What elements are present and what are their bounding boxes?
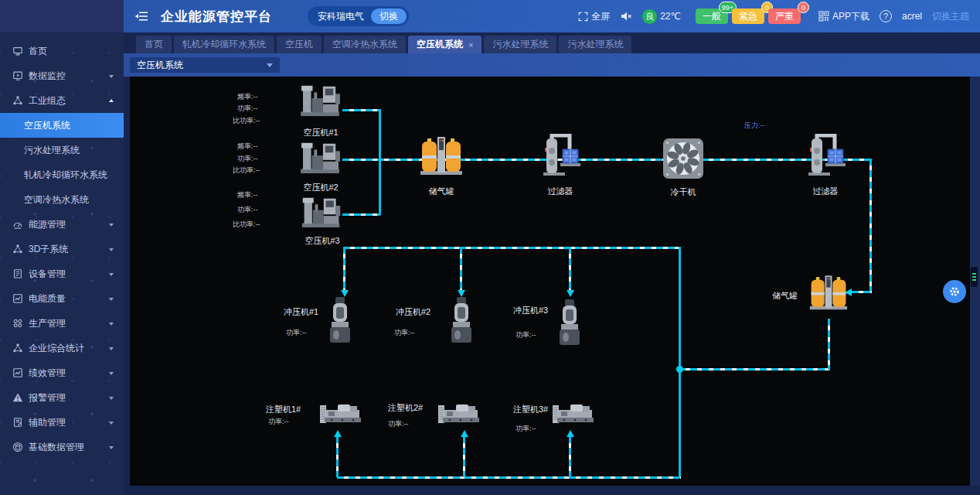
pipe-segment [336, 436, 339, 477]
filter-1[interactable] [539, 134, 582, 177]
org-switch-button[interactable]: 切换 [371, 9, 407, 24]
speaker-mute-icon[interactable] [620, 10, 632, 22]
tab-air-compressor-system[interactable]: 空压机系统× [408, 36, 481, 53]
param-power: 功率:-- [237, 104, 258, 114]
punch-machine-2[interactable] [451, 297, 471, 345]
chevron-down-icon [109, 422, 114, 427]
pipe-segment [460, 247, 462, 290]
equipment-label: 注塑机3# [513, 404, 548, 415]
scrollbar-thumb[interactable] [971, 267, 978, 287]
alarm-severe-count: 0 [798, 2, 809, 13]
param-power: 功率:-- [516, 330, 536, 340]
sidebar-item-label: 空压机系统 [24, 119, 70, 132]
filter-2[interactable] [804, 134, 847, 177]
sidebar-item-base-data-mgmt[interactable]: 基础数据管理 [0, 435, 124, 459]
chevron-down-icon [109, 347, 114, 353]
alarm-severe-label: 严重 [775, 10, 794, 23]
fullscreen-button[interactable]: 全屏 [578, 10, 610, 23]
diagram-toolbar: 空压机系统 [124, 53, 980, 77]
flow-arrow [334, 430, 342, 437]
sidebar-subitem-sewage[interactable]: 污水处理系统 [0, 138, 124, 162]
switch-theme-link[interactable]: 切换主题 [932, 10, 969, 23]
sidebar-item-energy-mgmt[interactable]: 能源管理 [0, 212, 124, 237]
tab-close-icon[interactable]: × [468, 40, 473, 50]
system-select-value: 空压机系统 [137, 59, 183, 72]
refrigerated-dryer[interactable] [662, 137, 705, 180]
tab-mill-cooling[interactable]: 轧机冷却循环水系统 [174, 36, 274, 53]
chevron-down-icon [109, 298, 114, 303]
tab-home[interactable]: 首页 [136, 36, 172, 53]
sidebar-subitem-hvac-water[interactable]: 空调冷热水系统 [0, 187, 124, 212]
sidebar-subitem-air-compressor[interactable]: 空压机系统 [0, 113, 124, 138]
sidebar-item-enterprise-stats[interactable]: 企业综合统计 [0, 336, 124, 360]
nodes-icon [12, 244, 23, 254]
pipe-junction [676, 366, 683, 373]
sidebar-item-home[interactable]: 首页 [0, 39, 124, 63]
param-pressure: 压力:-- [744, 121, 765, 131]
punch-machine-1[interactable] [330, 297, 350, 345]
alarm-urgent-badge[interactable]: 紧急0 [732, 9, 764, 24]
settings-fab-button[interactable] [943, 280, 966, 303]
tab-sewage-2[interactable]: 污水处理系统 [559, 36, 631, 53]
equipment-label: 储气罐 [419, 186, 464, 197]
param-specific-power: 比功率:-- [233, 116, 260, 126]
sidebar-item-data-monitor[interactable]: 数据监控 [0, 63, 124, 88]
punch-machine-3[interactable] [560, 299, 580, 347]
tab-hvac-water[interactable]: 空调冷热水系统 [324, 36, 406, 53]
param-specific-power: 比功率:-- [233, 166, 260, 176]
sidebar-item-power-quality[interactable]: 电能质量 [0, 286, 124, 311]
sidebar-item-industrial-config[interactable]: 工业组态 [0, 88, 124, 113]
app-download-button[interactable]: APP下载 [818, 10, 869, 23]
alarm-severe-badge[interactable]: 严重0 [768, 9, 801, 24]
param-power: 功率:-- [237, 205, 258, 215]
tab-label: 污水处理系统 [492, 38, 548, 51]
warning-icon [12, 392, 23, 403]
help-button[interactable]: ? [880, 10, 892, 22]
tab-label: 空压机 [285, 38, 313, 51]
sidebar-item-alarm-mgmt[interactable]: 报警管理 [0, 385, 124, 410]
tab-sewage-1[interactable]: 污水处理系统 [484, 36, 556, 53]
org-name: 安科瑞电气 [318, 10, 364, 23]
pipe-segment [337, 476, 681, 479]
sidebar-item-label: 报警管理 [29, 391, 66, 405]
sidebar-item-label: 空调冷热水系统 [24, 193, 89, 207]
tab-air-compressor[interactable]: 空压机 [277, 36, 322, 53]
home-icon [12, 46, 23, 56]
injection-machine-1[interactable] [319, 403, 362, 426]
app-download-label: APP下载 [832, 10, 869, 23]
flow-arrow [458, 290, 465, 297]
chart-icon [12, 293, 23, 304]
chart-icon [12, 367, 23, 378]
collapse-menu-icon[interactable] [134, 11, 148, 22]
pipe-segment [569, 247, 571, 290]
chevron-down-icon [109, 372, 114, 377]
param-power: 功率:-- [394, 328, 415, 338]
database-icon [12, 442, 23, 452]
sidebar-item-performance-mgmt[interactable]: 绩效管理 [0, 360, 124, 385]
chevron-down-icon [109, 273, 114, 278]
gas-storage-tank-1[interactable] [419, 132, 464, 177]
sidebar-item-production-mgmt[interactable]: 生产管理 [0, 311, 124, 336]
tab-bar: 首页 轧机冷却循环水系统 空压机 空调冷热水系统 空压机系统× 污水处理系统 污… [124, 32, 980, 53]
sidebar-item-equipment-mgmt[interactable]: 设备管理 [0, 261, 124, 286]
sidebar-item-label: 基础数据管理 [29, 441, 84, 454]
injection-machine-2[interactable] [437, 403, 481, 426]
username[interactable]: acrel [902, 11, 922, 22]
sidebar-item-auxiliary-mgmt[interactable]: 辅助管理 [0, 410, 124, 435]
gas-storage-tank-2[interactable] [808, 271, 849, 312]
air-compressor-3[interactable] [300, 194, 343, 229]
air-compressor-1[interactable] [298, 82, 343, 118]
equipment-label: 冷干机 [662, 186, 705, 198]
system-select[interactable]: 空压机系统 [130, 57, 280, 73]
alarm-general-badge[interactable]: 一般99+ [696, 9, 728, 24]
sidebar-item-3d-subsystem[interactable]: 3D子系统 [0, 237, 124, 261]
equipment-label: 储气罐 [772, 290, 798, 302]
equipment-label: 空压机#2 [298, 182, 343, 193]
param-frequency: 频率:-- [237, 142, 258, 152]
doc-icon [12, 417, 23, 428]
sidebar-subitem-mill-cooling[interactable]: 轧机冷却循环水系统 [0, 162, 124, 187]
injection-machine-3[interactable] [552, 403, 595, 426]
page-title: 企业能源管控平台 [161, 8, 272, 26]
air-compressor-2[interactable] [298, 139, 343, 175]
alarm-badges: 一般99+ 紧急0 严重0 [696, 9, 801, 24]
